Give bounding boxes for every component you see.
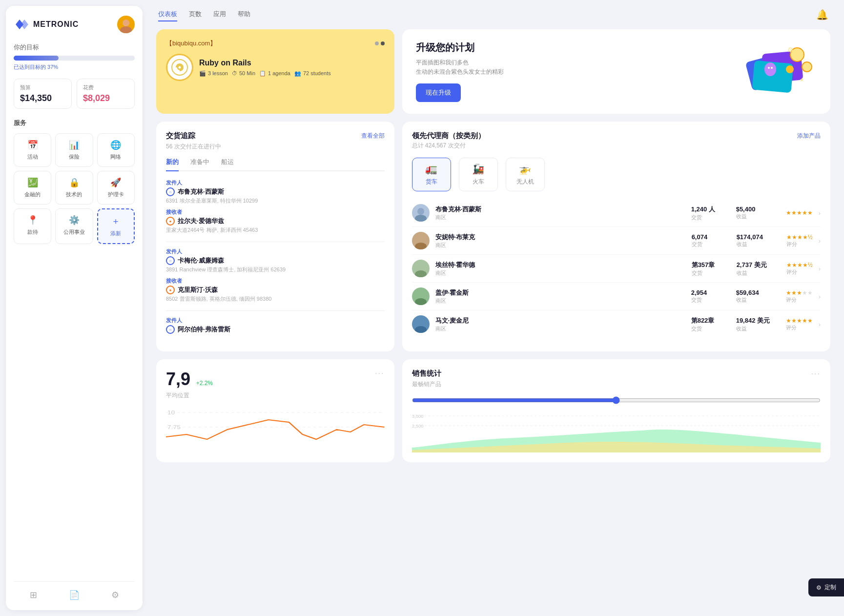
dealer-arrow-3[interactable]: ›: [819, 265, 821, 272]
dealer-rev-label-5: 收益: [736, 325, 780, 332]
course-students: 👥 72 students: [294, 70, 331, 77]
service-finance[interactable]: 💹 金融的: [14, 171, 51, 205]
receiver-name-1: ● 拉尔夫·爱德华兹: [166, 217, 385, 226]
service-insurance[interactable]: 📊 保险: [55, 133, 93, 167]
nav-apps[interactable]: 应用: [213, 8, 226, 21]
nav-dashboard[interactable]: 仪表板: [158, 8, 177, 21]
dealer-arrow-2[interactable]: ›: [819, 237, 821, 245]
sales-header: 销售统计 ···: [412, 369, 821, 378]
drone-icon: 🚁: [519, 163, 531, 175]
mini-chart: 10 7.75: [166, 408, 385, 447]
logo: METRONIC: [14, 18, 79, 31]
dealer-name-2: 安妮特·布莱克: [435, 233, 686, 242]
receiver-addr-1: 里家大道2464号 梅萨, 新泽西州 45463: [166, 226, 385, 234]
course-duration: ⏱ 50 Min: [232, 70, 255, 77]
logo-icon: [14, 18, 29, 31]
dealer-trans-label-3: 交货: [692, 269, 731, 277]
sales-menu[interactable]: ···: [811, 370, 821, 378]
svg-text:2,500: 2,500: [412, 424, 424, 429]
receiver-role-1: 接收者: [166, 208, 385, 216]
tab-shipping[interactable]: 船运: [221, 158, 234, 171]
service-network[interactable]: 🌐 网络: [97, 133, 135, 167]
cat-tab-train[interactable]: 🚂 火车: [459, 158, 498, 191]
dealer-arrow-4[interactable]: ›: [819, 293, 821, 300]
dealer-arrow-1[interactable]: ›: [819, 209, 821, 217]
services-grid: 📅 活动 📊 保险 🌐 网络 💹 金融的 🔒 技术的 🚀 护理卡 📍 款待 ⚙: [14, 133, 135, 244]
svg-point-10: [764, 62, 776, 76]
cat-tab-truck[interactable]: 🚛 货车: [412, 158, 451, 191]
dealer-rev-label-4: 收益: [736, 296, 780, 304]
service-tech[interactable]: 🔒 技术的: [55, 171, 93, 205]
topnav: 仪表板 页数 应用 帮助 🔔: [148, 0, 838, 29]
sidebar-header: METRONIC: [14, 16, 135, 33]
svg-point-9: [786, 65, 794, 73]
dealer-trans-1: 1,240 人: [691, 205, 730, 214]
svg-point-23: [417, 319, 424, 326]
insurance-icon: 📊: [69, 140, 80, 150]
dealers-title: 领先代理商（按类别）: [412, 131, 485, 141]
dealer-region-2: 南区: [435, 242, 686, 249]
bottom-row: 7,9 +2.2% ··· 平均位置 10 7.75 销售统计 ···: [148, 359, 838, 470]
dealer-trans-2: 6,074: [692, 233, 731, 241]
service-care[interactable]: 🚀 护理卡: [97, 171, 135, 205]
dealer-rev-4: $59,634: [736, 289, 780, 296]
svg-point-18: [415, 243, 427, 249]
tab-preparing[interactable]: 准备中: [190, 158, 209, 171]
course-card: 【biqubiqu.com】 Ruby on Rails: [156, 29, 394, 114]
user-avatar[interactable]: [117, 16, 135, 33]
avg-position-label: 平均位置: [166, 391, 385, 400]
dealer-info-3: 埃丝特·霍华德 南区: [435, 261, 686, 277]
avg-position-value: 7,9: [166, 369, 190, 389]
add-product-button[interactable]: 添加产品: [797, 132, 821, 140]
delivery-divider-2: [166, 310, 385, 311]
customize-button[interactable]: ⚙ 定制: [808, 578, 844, 596]
dealer-rev-label-2: 收益: [737, 241, 781, 248]
cat-tab-drone[interactable]: 🚁 无人机: [506, 158, 545, 191]
service-hospitality[interactable]: 📍 款待: [14, 208, 51, 244]
layers-icon[interactable]: ⊞: [30, 590, 37, 600]
settings-icon[interactable]: ⚙: [111, 590, 119, 600]
dealer-name-1: 布鲁克林·西蒙斯: [435, 205, 685, 214]
course-thumb: [166, 54, 193, 81]
course-url-row: 【biqubiqu.com】: [166, 39, 385, 48]
care-icon: 🚀: [110, 177, 121, 188]
nav-pages[interactable]: 页数: [189, 8, 202, 21]
dealer-stat-3: 第357章 交货: [692, 261, 731, 277]
avg-position-menu[interactable]: ···: [375, 369, 384, 378]
dealer-arrow-5[interactable]: ›: [819, 321, 821, 328]
range-input[interactable]: [412, 396, 821, 404]
receiver-icon-2: ●: [166, 286, 175, 294]
upgrade-text: 升级您的计划 平面插图和我们多色 生动的未混合紫色头发女士的精彩 现在升级: [416, 41, 504, 102]
delivery-card: 交货追踪 查看全部 56 次交付正在进行中 新的 准备中 船运 发件人 ○ 布鲁…: [156, 122, 394, 351]
nav-help[interactable]: 帮助: [238, 8, 250, 21]
sender-name-2: ○ 卡梅伦·威廉姆森: [166, 256, 385, 265]
course-meta: 🎬 3 lesson ⏱ 50 Min 📋 1 agenda 👥 72 stud…: [199, 70, 331, 77]
course-url-text: 【biqubiqu.com】: [166, 39, 216, 48]
svg-point-22: [415, 298, 427, 305]
file-icon[interactable]: 📄: [69, 590, 80, 600]
service-activity[interactable]: 📅 活动: [14, 133, 51, 167]
service-add[interactable]: ＋ 添新: [97, 208, 135, 244]
network-label: 网络: [110, 153, 121, 161]
service-public[interactable]: ⚙️ 公用事业: [55, 208, 93, 244]
upgrade-desc2: 生动的未混合紫色头发女士的精彩: [416, 68, 504, 75]
svg-point-8: [802, 62, 812, 72]
dealer-revenue-4: $59,634 收益: [736, 289, 780, 304]
dealer-stat-2: 6,074 交货: [692, 233, 731, 248]
svg-point-17: [417, 236, 424, 243]
budget-card: 预算 $14,350: [14, 79, 72, 109]
dealer-row-4: 盖伊·霍金斯 南区 2,954 交货 $59,634 收益 ★★★★★ 评分 ›: [412, 283, 821, 310]
svg-text:★: ★: [800, 77, 804, 82]
course-info: Ruby on Rails 🎬 3 lesson ⏱ 50 Min 📋 1 ag…: [166, 54, 385, 81]
dealer-name-4: 盖伊·霍金斯: [435, 288, 685, 297]
dealer-revenue-1: $5,400 收益: [736, 205, 780, 220]
dealers-subtitle: 总计 424,567 次交付: [412, 142, 821, 150]
dealer-avatar-4: [412, 287, 430, 305]
upgrade-button[interactable]: 现在升级: [416, 83, 461, 102]
progress-label: 已达到目标的 37%: [14, 63, 135, 71]
delivery-view-all[interactable]: 查看全部: [361, 132, 385, 140]
notification-icon[interactable]: 🔔: [816, 9, 828, 21]
svg-point-21: [417, 291, 424, 298]
activity-label: 活动: [27, 153, 38, 161]
tab-new[interactable]: 新的: [166, 158, 179, 171]
